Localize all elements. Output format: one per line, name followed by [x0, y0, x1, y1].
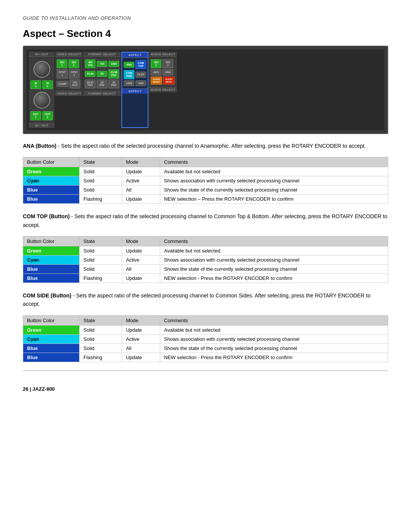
color-cell-blue-flash: Blue — [23, 353, 80, 362]
comment-cell: Shows the state of the currently selecte… — [160, 343, 388, 353]
color-cell-cyan: Cyan — [23, 255, 80, 264]
mode-cell: Active — [122, 176, 160, 185]
cpst1-button[interactable]: CPST1 — [57, 69, 68, 78]
color-cell-cyan: Cyan — [23, 334, 80, 343]
color-cell-blue: Blue — [23, 264, 80, 273]
com-top-text: - Sets the aspect ratio of the selected … — [23, 213, 387, 228]
mode-cell: Update — [122, 273, 160, 283]
com-side-table: Button Color State Mode Comments Green S… — [23, 315, 388, 362]
sdi2-button[interactable]: SDI2 — [68, 59, 79, 68]
color-cell-blue-flash: Blue — [23, 273, 80, 283]
24-button[interactable]: 24PSF — [108, 80, 119, 88]
audio-reset-button[interactable]: AUDIORESET — [151, 77, 162, 85]
color-cell-blue: Blue — [23, 185, 80, 195]
in1-button[interactable]: IN1 — [30, 80, 41, 89]
btn-row-ana-comtop: ANA COMTOP — [124, 60, 146, 69]
29-97-button[interactable]: 29.97PSF — [85, 80, 96, 88]
state-cell: Solid — [80, 167, 122, 176]
io-footer: IN / OUT — [29, 123, 54, 128]
col-state: State — [80, 236, 122, 246]
720-button[interactable]: 720 — [97, 61, 107, 67]
comment-cell: Available but not selected — [160, 167, 388, 176]
mode-cell: Active — [122, 334, 160, 343]
mode-cell: Update — [122, 195, 160, 204]
video-select-header: VIDEO SELECT — [55, 52, 83, 57]
59-94-button[interactable]: 59.94 — [85, 71, 96, 77]
io-buttons: IN1 IN2 OUT1 OUT2 — [29, 58, 54, 122]
ana-table: Button Color State Mode Comments Green S… — [23, 157, 388, 204]
state-cell: Solid — [80, 176, 122, 185]
color-cell-blue-flash: Blue — [23, 195, 80, 204]
com-side-button[interactable]: COMSIDE — [124, 70, 134, 79]
var-button[interactable]: VAR — [135, 80, 146, 86]
btn-row-cpst: CPST1 CPST2 — [57, 69, 81, 78]
comment-cell: Shows the state of the currently selecte… — [160, 185, 388, 195]
14x9-button[interactable]: 14X9 — [124, 80, 134, 86]
comp-button[interactable]: COMP — [57, 81, 68, 87]
color-cell-green: Green — [23, 167, 80, 176]
mode-cell: All — [122, 185, 160, 195]
state-cell: Solid — [80, 325, 122, 334]
col-button-color: Button Color — [23, 236, 80, 246]
table-header-row: Button Color State Mode Comments — [23, 236, 388, 246]
in2-button[interactable]: IN2 — [42, 80, 53, 89]
col-comments: Comments — [160, 315, 388, 325]
ana-audio-button[interactable]: ANA — [162, 69, 173, 75]
page-label: 26 | JAZZ-800 — [23, 386, 388, 392]
audio-select-header: AUDIO SELECT — [149, 52, 177, 57]
state-cell: Solid — [80, 264, 122, 273]
color-cell-cyan: Cyan — [23, 176, 80, 185]
comment-cell: Shows the state of the currently selecte… — [160, 264, 388, 273]
com-side-bold: COM SIDE (Button) — [23, 292, 72, 299]
aes-button[interactable]: AES — [151, 69, 161, 75]
col-mode: Mode — [122, 315, 160, 325]
table-row: Blue Flashing Update NEW selection – Pre… — [23, 195, 388, 204]
color-cell-blue: Blue — [23, 343, 80, 353]
col-comments: Comments — [160, 157, 388, 167]
aspect-header: ASPECT — [122, 53, 148, 58]
audio-select-footer: AUDIO SELECT — [149, 87, 177, 92]
format-select-section: FORMAT SELECT 480576 720 1080 59.94 50 2… — [83, 52, 121, 128]
sdi2-audio-button[interactable]: SDI2 — [162, 59, 173, 68]
table-row: Cyan Solid Active Shows association with… — [23, 334, 388, 343]
cpst2-button[interactable]: CPST2 — [69, 69, 80, 78]
sdi1-button[interactable]: SDI1 — [57, 59, 67, 68]
col-button-color: Button Color — [23, 157, 80, 167]
aspect-footer: ASPECT — [122, 88, 148, 94]
control-panel: IN / OUT IN1 IN2 OUT1 OUT2 IN / OUT VIDE… — [23, 46, 388, 134]
io-header: IN / OUT — [29, 52, 54, 57]
state-cell: Solid — [80, 343, 122, 353]
state-cell: Solid — [80, 334, 122, 343]
sdi1-audio-button[interactable]: SDI1 — [151, 59, 161, 68]
state-cell: Flashing — [80, 273, 122, 283]
audio-menu-button[interactable]: AUDIOMENU — [163, 77, 174, 85]
aspect-buttons: ANA COMTOP COMSIDE FLEX 14X9 VAR — [122, 59, 148, 88]
video-select-section: VIDEO SELECT SDI1 SDI2 CPST1 CPST2 COMP … — [55, 52, 83, 128]
col-mode: Mode — [122, 157, 160, 167]
col-state: State — [80, 157, 122, 167]
out1-button[interactable]: OUT1 — [30, 111, 41, 120]
state-cell: Solid — [80, 255, 122, 264]
23-98-button[interactable]: 23.98PSF — [108, 69, 119, 78]
com-top-description: COM TOP (Button) - Sets the aspect ratio… — [23, 212, 388, 229]
btn-row-sdi-audio: SDI1 SDI2 — [151, 59, 175, 68]
comment-cell: Shows association with currently selecte… — [160, 176, 388, 185]
dvi-out-button[interactable]: DVIOUT — [70, 80, 80, 88]
col-comments: Comments — [160, 236, 388, 246]
com-top-button[interactable]: COMTOP — [135, 60, 146, 69]
ana-button[interactable]: ANA — [124, 62, 134, 68]
btn-row-res: 480576 720 1080 — [85, 59, 119, 68]
video-select-footer: VIDEO SELECT — [55, 91, 83, 96]
guide-title: GUIDE TO INSTALLATION AND OPERATION — [23, 15, 388, 21]
mode-cell: All — [122, 264, 160, 273]
mode-cell: Update — [122, 325, 160, 334]
flex-button[interactable]: FLEX — [135, 72, 146, 78]
audio-select-section: AUDIO SELECT SDI1 SDI2 AES ANA AUDIORESE… — [149, 52, 177, 128]
480-576-button[interactable]: 480576 — [85, 59, 96, 68]
1080-button[interactable]: 1080 — [108, 61, 119, 67]
25-button[interactable]: 25PSF — [97, 80, 107, 88]
ana-bold: ANA (Button) — [23, 143, 56, 149]
50-button[interactable]: 50 — [97, 71, 107, 77]
out2-button[interactable]: OUT2 — [42, 111, 53, 120]
com-top-bold: COM TOP (Button) — [23, 213, 70, 219]
